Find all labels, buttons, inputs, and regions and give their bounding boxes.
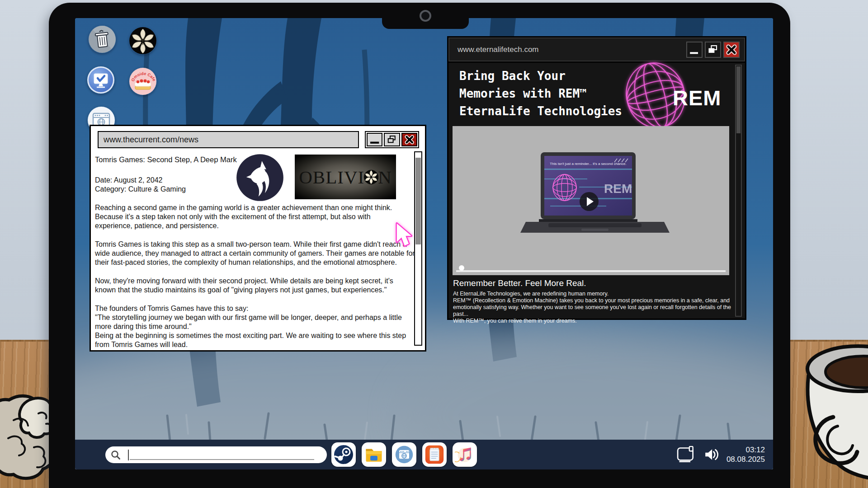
music-app-button[interactable] [453, 442, 477, 467]
music-icon [455, 445, 475, 465]
news-window-controls [365, 131, 419, 148]
search-underline [130, 459, 314, 460]
restore-button[interactable] [705, 42, 721, 58]
coffee-cup [799, 333, 868, 488]
system-tray: 03:12 08.08.2025 [676, 440, 765, 469]
eternalife-body-text: At EternaLife Technologies, we are redef… [453, 291, 742, 324]
clock-time: 03:12 [726, 445, 765, 455]
news-browser-window: www.thecurrent.com/news [90, 125, 426, 352]
news-article: Tomris Games: Second Step, A Deep Mark D… [95, 155, 416, 349]
mouse-cursor [394, 222, 415, 249]
eternalife-window-controls [686, 42, 740, 58]
webcam-icon [420, 10, 431, 22]
laptop-screen: Omoide Cafe [75, 18, 773, 469]
minimize-button[interactable] [367, 133, 382, 146]
taskbar-dock [331, 442, 477, 467]
laptop-notch [382, 3, 469, 29]
pc-status-icon[interactable] [676, 446, 696, 463]
video-progress-knob[interactable] [459, 265, 464, 271]
scene: Omoide Cafe [0, 0, 868, 488]
video-caption-text: This isn't just a reminder... it's a sec… [550, 162, 626, 166]
rem-logo-text: REM [673, 85, 721, 110]
search-icon [110, 450, 121, 460]
eternalife-scrollbar[interactable] [735, 65, 742, 317]
folder-icon [364, 445, 383, 464]
laptop-device: Omoide Cafe [49, 3, 790, 488]
browser-app-button[interactable] [392, 442, 416, 467]
promo-video-player[interactable]: REM This isn't just a reminder... it's a… [453, 126, 729, 275]
eternalife-url-bar[interactable]: www.eternalifetech.com [458, 38, 539, 61]
article-paragraph: The founders of Tomris Games have this t… [95, 304, 416, 349]
eternalife-scrollbar-thumb[interactable] [736, 66, 741, 133]
news-url-bar[interactable]: www.thecurrent.com/news [98, 131, 359, 148]
article-paragraph: Reaching a second game in the gaming wor… [95, 203, 416, 230]
eternalife-titlebar: www.eternalifetech.com [448, 38, 745, 63]
recycle-bin-icon[interactable] [88, 25, 116, 53]
article-title: Tomris Games: Second Step, A Deep Mark [95, 155, 416, 164]
omoide-cafe-icon[interactable]: Omoide Cafe [129, 67, 157, 95]
file-explorer-app-button[interactable] [362, 442, 386, 467]
play-button[interactable] [580, 192, 599, 211]
video-progress-bar[interactable] [456, 270, 726, 272]
taskbar-search[interactable] [105, 446, 327, 463]
news-scrollbar-thumb[interactable] [415, 158, 421, 244]
restore-button[interactable] [384, 133, 400, 146]
minimize-button[interactable] [686, 42, 703, 58]
taskbar: 03:12 08.08.2025 [75, 440, 773, 469]
video-rem-text: REM [604, 182, 632, 196]
clock-date: 08.08.2025 [726, 455, 765, 464]
article-meta: Date: August 2, 2042 Category: Culture &… [95, 176, 416, 194]
close-button[interactable] [401, 133, 417, 146]
volume-icon[interactable] [703, 447, 719, 462]
article-paragraph: Now, they're moving forward with their s… [95, 277, 416, 295]
steam-app-button[interactable] [331, 442, 356, 467]
browser-icon [394, 445, 414, 465]
eternalife-browser-window: www.eternalifetech.com [447, 36, 746, 320]
taskbar-clock[interactable]: 03:12 08.08.2025 [726, 445, 765, 464]
system-check-app-icon[interactable] [87, 66, 115, 94]
notes-app-button[interactable] [422, 442, 447, 467]
oblivion-game-icon[interactable] [129, 27, 157, 55]
article-paragraph: Tomris Games is taking this step as a sm… [95, 240, 416, 267]
eternalife-tagline: Remember Better. Feel More Real. [453, 278, 586, 288]
news-scrollbar[interactable] [414, 151, 422, 346]
steam-icon [333, 444, 354, 465]
notepad-icon [425, 445, 444, 465]
eternalife-heading: Bring Back Your Memories with REM™ Etern… [459, 67, 622, 120]
close-button[interactable] [723, 42, 740, 58]
